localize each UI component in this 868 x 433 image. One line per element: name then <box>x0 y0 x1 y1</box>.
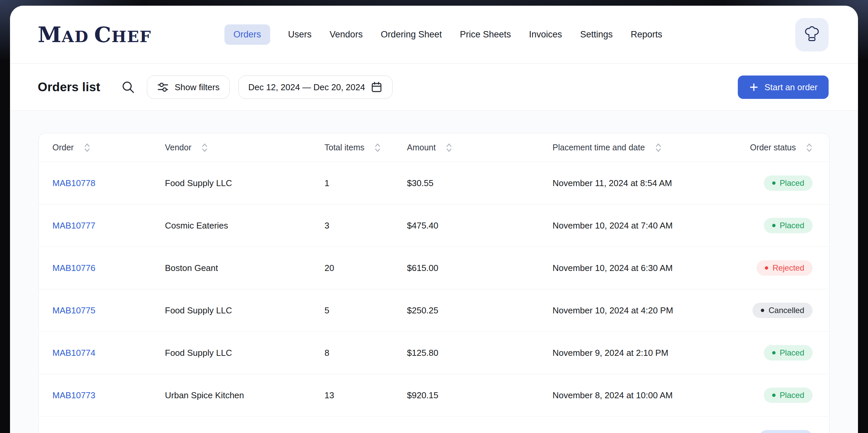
total-items-cell: 20 <box>324 263 407 273</box>
status-badge: Placed <box>764 218 813 233</box>
column-header-amount: Amount <box>407 143 553 153</box>
order-link[interactable]: MAB10777 <box>53 221 165 231</box>
vendor-cell: Boston Geant <box>165 263 324 273</box>
order-link[interactable]: MAB10776 <box>53 263 165 273</box>
logo-text: HEF <box>112 29 152 45</box>
total-items-cell: 13 <box>324 390 407 401</box>
vendor-cell: Urban Spice Kitchen <box>165 390 324 401</box>
amount-cell: $920.15 <box>407 390 553 401</box>
column-label: Placement time and date <box>553 143 645 152</box>
account-button[interactable] <box>795 18 829 52</box>
nav-item-vendors[interactable]: Vendors <box>330 24 363 45</box>
status-cell: Placed <box>764 218 813 233</box>
column-header-order: Order <box>53 143 165 153</box>
sort-icon[interactable] <box>806 143 813 153</box>
sort-icon[interactable] <box>446 143 452 153</box>
nav-item-users[interactable]: Users <box>288 24 312 45</box>
status-cell: Placed <box>764 345 813 360</box>
nav-item-orders[interactable]: Orders <box>224 24 270 45</box>
nav-item-settings[interactable]: Settings <box>580 24 613 45</box>
status-cell: Rejected <box>756 260 813 276</box>
table-row: MAB10774 Food Supply LLC 8 $125.80 Novem… <box>39 332 829 374</box>
total-items-cell: 3 <box>324 221 407 231</box>
desktop-background: M AD C HEF Orders Users Vendors Ordering… <box>0 0 868 433</box>
page-title: Orders list <box>38 80 100 94</box>
column-label: Order <box>53 143 74 152</box>
placement-cell: November 10, 2024 at 6:30 AM <box>553 263 746 273</box>
sort-icon[interactable] <box>374 143 381 153</box>
show-filters-label: Show filters <box>175 82 219 92</box>
table-row: MAB10776 Boston Geant 20 $615.00 Novembe… <box>39 247 829 289</box>
top-navigation-bar: M AD C HEF Orders Users Vendors Ordering… <box>10 6 858 64</box>
vendor-cell: Cosmic Eateries <box>165 221 324 231</box>
status-badge: Cancelled <box>752 303 813 318</box>
date-range-picker[interactable]: Dec 12, 2024 — Dec 20, 2024 <box>238 76 393 99</box>
table-row: MAB10773 Urban Spice Kitchen 13 $920.15 … <box>39 374 829 416</box>
logo-text: AD <box>62 29 89 45</box>
status-badge: Rejected <box>756 260 813 276</box>
amount-cell: $475.40 <box>407 221 553 231</box>
orders-content: Order Vendor Total items Amount <box>10 111 858 433</box>
placement-cell: November 10, 2024 at 4:20 PM <box>553 306 746 316</box>
column-label: Total items <box>324 143 364 152</box>
amount-cell: $125.80 <box>407 348 553 358</box>
amount-cell: $30.55 <box>407 178 553 189</box>
total-items-cell: 5 <box>324 306 407 316</box>
column-label: Amount <box>407 143 436 152</box>
order-link[interactable]: MAB10774 <box>53 348 165 358</box>
status-label: Rejected <box>773 263 804 272</box>
total-items-cell: 1 <box>324 178 407 189</box>
logo-text: M <box>38 24 62 46</box>
order-link[interactable]: MAB10778 <box>53 178 165 189</box>
status-label: Placed <box>780 348 804 357</box>
status-cell: Cancelled <box>752 303 813 318</box>
orders-table: Order Vendor Total items Amount <box>38 133 830 433</box>
status-label: Placed <box>780 391 804 400</box>
vendor-cell: Food Supply LLC <box>165 306 324 316</box>
status-badge: Placed <box>764 175 813 191</box>
vendor-cell: Food Supply LLC <box>165 348 324 358</box>
calendar-icon <box>371 81 382 93</box>
status-badge: Placed <box>764 345 813 360</box>
status-cell: Placed <box>764 387 813 403</box>
orders-toolbar: Orders list <box>10 64 858 111</box>
placement-cell: November 10, 2024 at 7:40 AM <box>553 221 746 231</box>
logo-text: C <box>94 24 112 46</box>
placement-cell: November 8, 2024 at 10:00 AM <box>553 390 746 401</box>
table-row: MAB10775 Food Supply LLC 5 $250.25 Novem… <box>39 289 829 332</box>
nav-item-ordering-sheet[interactable]: Ordering Sheet <box>380 24 442 45</box>
app-window: M AD C HEF Orders Users Vendors Ordering… <box>10 6 858 433</box>
column-header-placement: Placement time and date <box>553 143 746 153</box>
plus-icon <box>749 82 759 92</box>
status-cell: Placed <box>764 175 813 191</box>
search-icon <box>121 80 135 94</box>
sort-icon[interactable] <box>201 143 208 153</box>
status-label: Cancelled <box>769 306 804 315</box>
table-header-row: Order Vendor Total items Amount <box>39 133 829 162</box>
column-header-order-status: Order status <box>746 143 813 153</box>
date-range-value: Dec 12, 2024 — Dec 20, 2024 <box>248 82 365 92</box>
search-button[interactable] <box>118 77 138 97</box>
placement-cell: November 9, 2024 at 2:10 PM <box>553 348 746 358</box>
order-link[interactable]: MAB10773 <box>53 390 165 401</box>
app-logo[interactable]: M AD C HEF <box>38 24 152 46</box>
nav-item-invoices[interactable]: Invoices <box>529 24 562 45</box>
amount-cell: $250.25 <box>407 306 553 316</box>
column-header-vendor: Vendor <box>165 143 324 153</box>
table-row: MAB10777 Cosmic Eateries 3 $475.40 Novem… <box>39 204 829 247</box>
main-nav: Orders Users Vendors Ordering Sheet Pric… <box>224 24 662 45</box>
table-row-partial <box>39 416 829 433</box>
start-order-button[interactable]: Start an order <box>738 76 829 99</box>
nav-item-reports[interactable]: Reports <box>631 24 662 45</box>
status-label: Placed <box>780 221 804 230</box>
nav-item-price-sheets[interactable]: Price Sheets <box>460 24 511 45</box>
status-cell <box>759 430 813 433</box>
column-header-total-items: Total items <box>324 143 407 153</box>
order-link[interactable]: MAB10775 <box>53 306 165 316</box>
sort-icon[interactable] <box>655 143 662 153</box>
filters-icon <box>157 81 169 93</box>
status-label: Placed <box>780 178 804 188</box>
vendor-cell: Food Supply LLC <box>165 178 324 189</box>
show-filters-button[interactable]: Show filters <box>147 76 229 99</box>
sort-icon[interactable] <box>84 143 90 153</box>
